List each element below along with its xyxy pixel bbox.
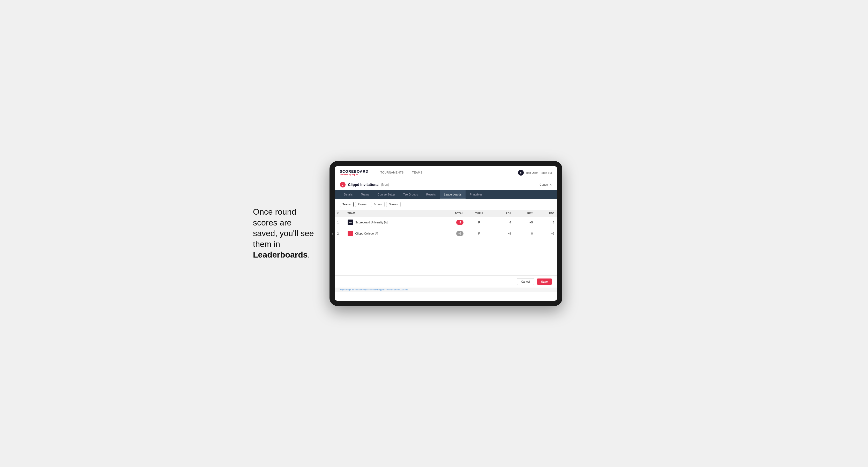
text-line3: saved, you'll see bbox=[253, 228, 314, 238]
text-line1: Once round bbox=[253, 207, 296, 216]
table-header-row: # TEAM TOTAL THRU RD1 RD2 RD3 bbox=[335, 210, 557, 217]
rd1-1: -4 bbox=[492, 217, 514, 228]
total-2: +3 bbox=[437, 228, 466, 239]
nav-teams[interactable]: TEAMS bbox=[408, 166, 427, 179]
table-row: 1 SU Scoreboard University [A] -5 F bbox=[335, 217, 557, 228]
team-logo-2: C bbox=[348, 231, 353, 236]
sign-out-link[interactable]: Sign out bbox=[541, 171, 552, 174]
text-line2: scores are bbox=[253, 218, 291, 227]
rank-2: 2 bbox=[335, 228, 345, 239]
team-name-2: Clippd College [A] bbox=[355, 232, 378, 235]
nav-right: S Test User | Sign out bbox=[518, 170, 552, 176]
tablet-frame: › SCOREBOARD Powered by clippd TOURNAMEN… bbox=[330, 161, 562, 306]
nav-tournaments[interactable]: TOURNAMENTS bbox=[376, 166, 408, 179]
cancel-button[interactable]: Cancel bbox=[517, 278, 534, 285]
text-period: . bbox=[308, 250, 310, 259]
col-thru: THRU bbox=[466, 210, 492, 217]
team-logo-1: SU bbox=[348, 220, 353, 225]
col-rd1: RD1 bbox=[492, 210, 514, 217]
tablet-screen: SCOREBOARD Powered by clippd TOURNAMENTS… bbox=[335, 166, 557, 301]
filter-teams[interactable]: Teams bbox=[340, 202, 353, 207]
team-cell-1: SU Scoreboard University [A] bbox=[348, 220, 435, 225]
thru-2: F bbox=[466, 228, 492, 239]
team-name-1: Scoreboard University [A] bbox=[355, 221, 388, 224]
total-1: -5 bbox=[437, 217, 466, 228]
tournament-icon: C bbox=[340, 182, 345, 187]
tab-teams[interactable]: Teams bbox=[356, 190, 373, 199]
logo-brand: clippd bbox=[352, 174, 358, 176]
team-2: C Clippd College [A] bbox=[345, 228, 438, 239]
tournament-header: C Clippd Invitational (Men) Cancel ✕ bbox=[335, 179, 557, 190]
logo-area: SCOREBOARD Powered by clippd bbox=[340, 169, 369, 176]
tab-bar: Details Teams Course Setup Tee Groups Re… bbox=[335, 190, 557, 199]
user-name: Test User | bbox=[526, 171, 539, 174]
tab-details[interactable]: Details bbox=[340, 190, 357, 199]
col-rd3: RD3 bbox=[535, 210, 557, 217]
explanatory-text: Once round scores are saved, you'll see … bbox=[253, 207, 314, 260]
score-badge-2: +3 bbox=[456, 231, 464, 236]
leaderboard-table-container: # TEAM TOTAL THRU RD1 RD2 RD3 1 bbox=[335, 210, 557, 239]
save-button[interactable]: Save bbox=[537, 279, 552, 285]
text-line5-bold: Leaderboards bbox=[253, 250, 308, 259]
leaderboard-table: # TEAM TOTAL THRU RD1 RD2 RD3 1 bbox=[335, 210, 557, 239]
top-nav: SCOREBOARD Powered by clippd TOURNAMENTS… bbox=[335, 166, 557, 179]
table-row: 2 C Clippd College [A] +3 F bbox=[335, 228, 557, 239]
col-rank: # bbox=[335, 210, 345, 217]
close-icon: ✕ bbox=[550, 183, 552, 186]
tournament-name: Clippd Invitational bbox=[348, 183, 379, 187]
nav-links: TOURNAMENTS TEAMS bbox=[376, 166, 427, 179]
logo-sub: Powered by clippd bbox=[340, 174, 369, 176]
col-total: TOTAL bbox=[437, 210, 466, 217]
filter-scores[interactable]: Scores bbox=[371, 202, 384, 207]
tab-tee-groups[interactable]: Tee Groups bbox=[399, 190, 422, 199]
status-bar: https://stage-blue-coach.stagescoreboard… bbox=[335, 287, 557, 292]
bottom-bar: Cancel Save bbox=[335, 275, 557, 287]
col-team: TEAM bbox=[345, 210, 438, 217]
side-indicator: › bbox=[332, 231, 333, 236]
tournament-gender: (Men) bbox=[381, 183, 389, 186]
rd3-1: -6 bbox=[535, 217, 557, 228]
score-badge-1: -5 bbox=[456, 220, 464, 225]
filter-players[interactable]: Players bbox=[355, 202, 369, 207]
team-cell-2: C Clippd College [A] bbox=[348, 231, 435, 236]
team-1: SU Scoreboard University [A] bbox=[345, 217, 438, 228]
filter-strokes[interactable]: Strokes bbox=[386, 202, 401, 207]
content-spacer bbox=[335, 239, 557, 275]
text-line4: them in bbox=[253, 240, 280, 249]
filter-bar: Teams Players Scores Strokes bbox=[335, 199, 557, 210]
user-avatar: S bbox=[518, 170, 524, 176]
rd2-2: -8 bbox=[514, 228, 535, 239]
rd1-2: +8 bbox=[492, 228, 514, 239]
tab-course-setup[interactable]: Course Setup bbox=[373, 190, 399, 199]
rd3-2: +3 bbox=[535, 228, 557, 239]
rank-1: 1 bbox=[335, 217, 345, 228]
rd2-1: +5 bbox=[514, 217, 535, 228]
cancel-top-button[interactable]: Cancel ✕ bbox=[539, 183, 552, 186]
tab-results[interactable]: Results bbox=[422, 190, 440, 199]
thru-1: F bbox=[466, 217, 492, 228]
logo-text: SCOREBOARD bbox=[340, 169, 369, 174]
tab-printables[interactable]: Printables bbox=[466, 190, 487, 199]
status-url: https://stage-blue-coach.stagescoreboard… bbox=[340, 288, 408, 291]
col-rd2: RD2 bbox=[514, 210, 535, 217]
tab-leaderboards[interactable]: Leaderboards bbox=[440, 190, 466, 199]
logo-sub-prefix: Powered by bbox=[340, 174, 352, 176]
